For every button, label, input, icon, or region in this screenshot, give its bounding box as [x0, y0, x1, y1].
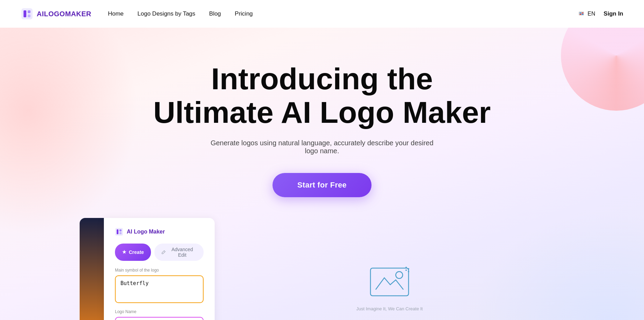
app-card: AI Logo Maker Create Advanced Edit	[104, 218, 215, 320]
svg-point-19	[408, 271, 409, 272]
svg-rect-2	[28, 10, 30, 13]
svg-point-16	[408, 268, 409, 269]
nav-item-blog[interactable]: Blog	[209, 10, 221, 17]
symbol-field-label: Main symbol of the logo	[115, 268, 204, 273]
svg-point-15	[405, 267, 407, 268]
svg-rect-3	[28, 15, 30, 17]
nav-item-home[interactable]: Home	[108, 10, 124, 17]
symbol-field-group: Main symbol of the logo	[115, 268, 204, 303]
preview-image-placeholder	[365, 261, 414, 303]
svg-rect-5	[580, 12, 581, 13]
app-card-header: AI Logo Maker	[115, 228, 204, 236]
logo-text: AILOGOMAKER	[37, 10, 91, 18]
hero-content: Introducing the Ultimate AI Logo Maker G…	[80, 28, 564, 320]
svg-rect-10	[117, 229, 118, 234]
svg-rect-0	[21, 8, 33, 19]
nav-pricing-link[interactable]: Pricing	[235, 10, 253, 17]
logo-link[interactable]: AILOGOMAKER	[21, 8, 91, 20]
lang-label: EN	[588, 11, 595, 17]
nav-home-link[interactable]: Home	[108, 10, 124, 17]
symbol-field-input[interactable]	[115, 275, 204, 303]
logo-name-field-group: Logo Name	[115, 309, 204, 320]
app-card-tabs: Create Advanced Edit	[115, 244, 204, 261]
nav-blog-link[interactable]: Blog	[209, 10, 221, 17]
hero-subtitle: Generate logos using natural language, a…	[204, 139, 440, 155]
logo-icon	[21, 8, 33, 20]
edit-icon	[161, 250, 166, 255]
svg-rect-11	[119, 229, 122, 231]
nav-item-logo-designs[interactable]: Logo Designs by Tags	[137, 10, 195, 17]
app-card-title: AI Logo Maker	[127, 229, 165, 235]
tab-advanced-button[interactable]: Advanced Edit	[154, 244, 204, 261]
image-placeholder-icon	[369, 265, 410, 299]
hero-title-line2: Ultimate AI Logo Maker	[153, 95, 491, 129]
globe-icon	[579, 10, 585, 17]
tab-create-button[interactable]: Create	[115, 244, 151, 261]
hero-title-line1: Introducing the	[211, 62, 433, 96]
hero-title: Introducing the Ultimate AI Logo Maker	[153, 62, 491, 129]
language-button[interactable]: EN	[579, 10, 595, 17]
nav-right: EN Sign In	[579, 10, 623, 17]
hero-section: Introducing the Ultimate AI Logo Maker G…	[0, 28, 644, 320]
nav-logo-designs-link[interactable]: Logo Designs by Tags	[137, 10, 195, 17]
nav-links: Home Logo Designs by Tags Blog Pricing	[108, 10, 253, 17]
svg-rect-1	[24, 10, 26, 17]
app-card-logo-icon	[115, 228, 123, 236]
preview-right: Just Imagine It, We Can Create It	[215, 218, 564, 320]
svg-rect-8	[582, 14, 583, 15]
svg-rect-7	[580, 14, 581, 15]
app-preview: AI Logo Maker Create Advanced Edit	[80, 218, 564, 320]
cta-button[interactable]: Start for Free	[272, 173, 372, 197]
svg-point-18	[405, 269, 407, 271]
star-icon	[122, 250, 127, 255]
preview-sidebar-strip	[80, 218, 104, 320]
svg-point-14	[396, 272, 403, 278]
nav-item-pricing[interactable]: Pricing	[235, 10, 253, 17]
logo-name-input[interactable]	[115, 317, 204, 320]
sign-in-button[interactable]: Sign In	[603, 10, 623, 17]
preview-bottom-text: Just Imagine It, We Can Create It	[356, 306, 423, 311]
svg-rect-6	[582, 12, 583, 13]
nav-left: AILOGOMAKER Home Logo Designs by Tags Bl…	[21, 8, 253, 20]
deco-circle	[561, 28, 644, 111]
svg-rect-12	[119, 232, 122, 234]
logo-name-label: Logo Name	[115, 309, 204, 314]
svg-rect-9	[115, 228, 123, 236]
svg-rect-13	[370, 268, 409, 296]
navbar: AILOGOMAKER Home Logo Designs by Tags Bl…	[0, 0, 644, 28]
